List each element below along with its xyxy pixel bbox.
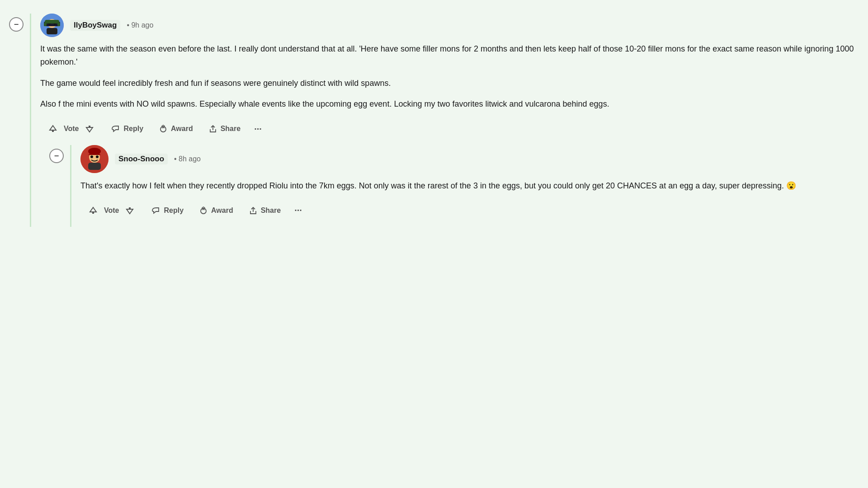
reply-collapse-button[interactable]: − — [49, 149, 64, 163]
svg-point-18 — [96, 155, 99, 158]
comment-paragraph-1: It was the same with the season even bef… — [40, 42, 868, 69]
award-icon — [159, 124, 168, 133]
avatar-image — [40, 14, 64, 37]
reply-more-button[interactable]: ··· — [290, 202, 307, 218]
reply-upvote-icon — [89, 206, 98, 215]
svg-line-13 — [164, 127, 164, 128]
svg-rect-9 — [52, 130, 54, 132]
svg-rect-8 — [57, 23, 60, 26]
vote-group: Vote — [40, 120, 102, 138]
upvote-button[interactable] — [46, 122, 60, 135]
svg-rect-16 — [88, 163, 101, 170]
timestamp: • 9h ago — [127, 21, 153, 29]
reply-award-label: Award — [211, 206, 233, 215]
avatar — [40, 14, 64, 37]
svg-point-17 — [90, 155, 93, 158]
comment-body-area: IlyBoySwag • 9h ago It was the same with… — [31, 14, 868, 227]
award-label: Award — [171, 125, 193, 133]
reply-comment: − — [49, 145, 868, 227]
page: − — [0, 0, 868, 488]
reply-timestamp: • 8h ago — [174, 155, 201, 163]
comment-text: It was the same with the season even bef… — [40, 42, 868, 111]
downvote-button[interactable] — [82, 122, 97, 135]
upvote-icon — [48, 124, 57, 133]
action-bar: Vote Reply — [40, 120, 868, 138]
reply-icon — [111, 124, 120, 133]
reply-label: Reply — [123, 125, 143, 133]
main-comment: − — [9, 14, 868, 227]
reply-vote-group: Vote — [80, 202, 142, 220]
reply-share-label: Share — [261, 206, 281, 215]
comment-thread: − — [0, 14, 868, 227]
reply-button[interactable]: Reply — [105, 121, 150, 137]
reply-username[interactable]: Snoo-Snooo — [115, 154, 168, 164]
reply-award-button[interactable]: Award — [193, 202, 240, 219]
reply-reply-button[interactable]: Reply — [145, 202, 190, 219]
reply-vote-label: Vote — [102, 206, 121, 215]
svg-line-23 — [203, 209, 203, 210]
reply-reply-icon — [151, 206, 160, 215]
avatar-svg — [40, 14, 64, 37]
reply-avatar-svg — [80, 145, 108, 173]
reply-upvote-button[interactable] — [86, 204, 100, 217]
reply-share-icon — [249, 206, 258, 215]
award-button[interactable]: Award — [152, 121, 199, 137]
svg-rect-6 — [45, 20, 59, 23]
share-label: Share — [221, 125, 241, 133]
svg-rect-2 — [47, 28, 57, 34]
reply-action-bar: Vote — [80, 202, 868, 220]
reply-body-area: Snoo-Snooo • 8h ago That's exactly how I… — [71, 145, 868, 227]
more-button[interactable]: ··· — [250, 121, 266, 137]
reply-downvote-icon — [125, 206, 134, 215]
svg-line-24 — [204, 209, 204, 210]
vote-label: Vote — [62, 125, 80, 133]
reply-avatar — [80, 145, 108, 173]
downvote-icon — [85, 124, 94, 133]
reply-downvote-button[interactable] — [123, 204, 137, 217]
reply-award-icon — [199, 206, 208, 215]
comment-paragraph-2: The game would feel incredibly fresh and… — [40, 77, 868, 90]
svg-rect-7 — [44, 23, 47, 26]
svg-rect-10 — [89, 126, 90, 128]
svg-rect-21 — [129, 207, 131, 210]
share-button[interactable]: Share — [202, 121, 247, 137]
svg-rect-20 — [92, 211, 94, 214]
username[interactable]: IlyBoySwag — [70, 20, 120, 31]
reply-reply-label: Reply — [164, 206, 184, 215]
svg-line-12 — [162, 127, 163, 128]
reply-text: That's exactly how I felt when they rece… — [80, 179, 868, 192]
comment-paragraph-3: Also f the mini events with NO wild spaw… — [40, 98, 868, 111]
collapse-button[interactable]: − — [9, 17, 24, 32]
comment-header: IlyBoySwag • 9h ago — [40, 14, 868, 37]
reply-share-button[interactable]: Share — [242, 202, 287, 219]
reply-header: Snoo-Snooo • 8h ago — [80, 145, 868, 173]
share-icon — [208, 124, 217, 133]
reply-paragraph: That's exactly how I felt when they rece… — [80, 179, 868, 192]
reply-section: − — [49, 145, 868, 227]
